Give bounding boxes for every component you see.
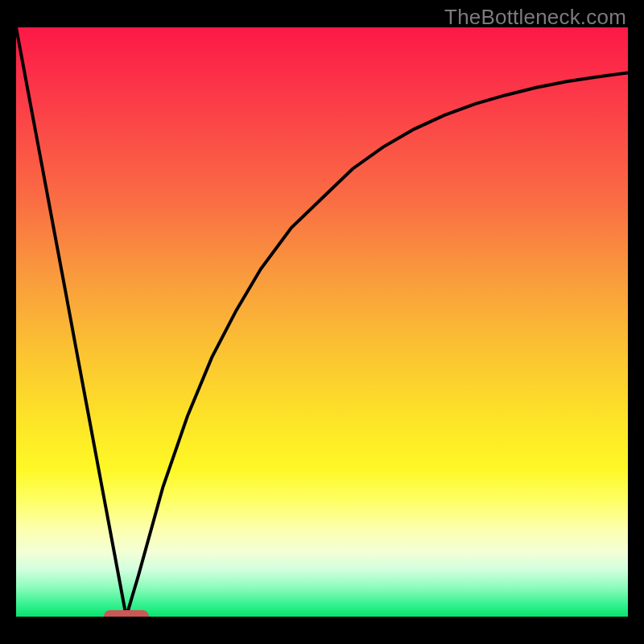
curve-layer [16,27,628,617]
watermark-text: TheBottleneck.com [444,5,626,30]
plot-area [16,27,628,617]
right-branch-line [126,72,628,617]
vertex-marker [104,610,149,617]
chart-frame: TheBottleneck.com [0,0,644,644]
left-branch-line [16,27,126,617]
